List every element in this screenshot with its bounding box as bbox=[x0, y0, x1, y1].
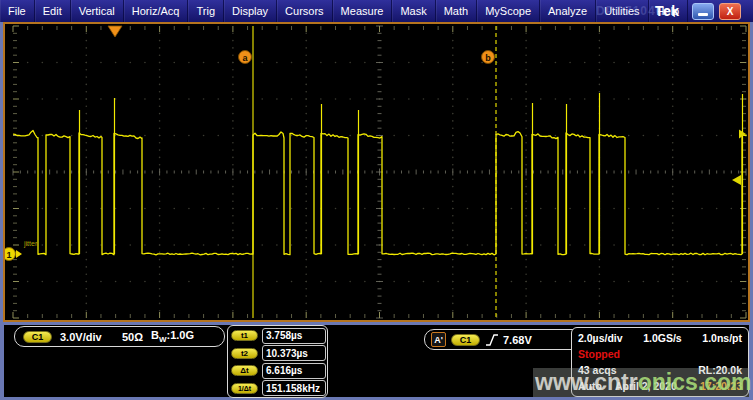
channel1-bandwidth: BW:1.0G bbox=[151, 329, 194, 344]
menu-math[interactable]: Math bbox=[436, 0, 477, 22]
channel1-marker-arrow-icon bbox=[16, 250, 22, 258]
waveform-label: jitter bbox=[23, 240, 38, 248]
acquisition-status: Stopped bbox=[578, 348, 620, 360]
readout-strip: C1 3.0V/div 50Ω BW:1.0G t1 3.758µs t2 10… bbox=[4, 325, 749, 397]
tek-logo: Tek bbox=[655, 3, 680, 19]
menu-display[interactable]: Display bbox=[224, 0, 277, 22]
menu-file[interactable]: File bbox=[0, 0, 35, 22]
dt-value: 6.616µs bbox=[262, 363, 326, 379]
menu-trig[interactable]: Trig bbox=[188, 0, 224, 22]
menu-vertical[interactable]: Vertical bbox=[71, 0, 124, 22]
menu-edit[interactable]: Edit bbox=[35, 0, 71, 22]
sample-rate-value: 1.0GS/s bbox=[643, 332, 682, 344]
dt-badge: Δt bbox=[231, 365, 258, 376]
menu-horiz-acq[interactable]: Horiz/Acq bbox=[124, 0, 189, 22]
inv-dt-value: 151.158kHz bbox=[262, 380, 326, 396]
minimize-button[interactable] bbox=[692, 3, 714, 20]
close-icon: X bbox=[727, 6, 734, 17]
menu-myscope[interactable]: MyScope bbox=[477, 0, 540, 22]
bw-value: :1.0G bbox=[166, 329, 194, 341]
waveform-canvas: ab1jitter bbox=[5, 24, 748, 320]
acq-row-timebase: 2.0µs/div 1.0GS/s 1.0ns/pt bbox=[578, 330, 742, 345]
acq-row-status: Stopped bbox=[578, 346, 742, 361]
trigger-readout[interactable]: A' C1 7.68V bbox=[424, 329, 587, 350]
menu-analyze[interactable]: Analyze bbox=[540, 0, 596, 22]
t1-value: 3.758µs bbox=[262, 328, 326, 344]
watermark-text: www.cntronics.com bbox=[535, 369, 751, 396]
trigger-level-arrow-icon[interactable] bbox=[732, 175, 741, 185]
channel1-impedance: 50Ω bbox=[122, 331, 143, 343]
channel1-badge: C1 bbox=[23, 331, 52, 343]
timebase-value: 2.0µs/div bbox=[578, 332, 623, 344]
bw-prefix: B bbox=[151, 329, 159, 341]
scope-display: ab1jitter bbox=[3, 22, 750, 322]
t2-value: 10.373µs bbox=[262, 345, 326, 361]
cursor-b-label-text: b bbox=[485, 53, 491, 63]
cursor-row-dt: Δt 6.616µs bbox=[228, 362, 327, 380]
inv-dt-badge: 1/Δt bbox=[231, 383, 258, 394]
cursor-row-t1: t1 3.758µs bbox=[228, 327, 327, 345]
cursor-row-t2: t2 10.373µs bbox=[228, 345, 327, 363]
cursor-readout: t1 3.758µs t2 10.373µs Δt 6.616µs 1/Δt 1… bbox=[227, 325, 328, 398]
channel1-scale: 3.0V/div bbox=[60, 331, 102, 343]
channel1-trace bbox=[13, 131, 746, 255]
oscilloscope-window: File Edit Vertical Horiz/Acq Trig Displa… bbox=[0, 0, 753, 400]
channel1-marker-text: 1 bbox=[6, 250, 11, 260]
watermark-part1: www.cntr bbox=[535, 369, 638, 395]
menu-cursors[interactable]: Cursors bbox=[277, 0, 333, 22]
trigger-source-badge: C1 bbox=[451, 334, 480, 346]
t2-badge: t2 bbox=[231, 348, 258, 359]
close-button[interactable]: X bbox=[719, 3, 741, 20]
watermark-part2: onics.com bbox=[638, 369, 752, 395]
minimize-icon bbox=[698, 13, 708, 16]
menu-measure[interactable]: Measure bbox=[333, 0, 393, 22]
channel1-readout[interactable]: C1 3.0V/div 50Ω BW:1.0G bbox=[14, 326, 225, 347]
resolution-value: 1.0ns/pt bbox=[702, 332, 742, 344]
trigger-level-value: 7.68V bbox=[503, 334, 532, 346]
trigger-mode-icon: A' bbox=[431, 332, 446, 347]
cursor-row-1dt: 1/Δt 151.158kHz bbox=[228, 380, 327, 398]
menu-mask[interactable]: Mask bbox=[392, 0, 435, 22]
rising-edge-icon bbox=[485, 333, 499, 347]
trigger-position-marker[interactable] bbox=[108, 26, 122, 37]
t1-badge: t1 bbox=[231, 330, 258, 341]
menu-bar: File Edit Vertical Horiz/Acq Trig Displa… bbox=[0, 0, 753, 22]
